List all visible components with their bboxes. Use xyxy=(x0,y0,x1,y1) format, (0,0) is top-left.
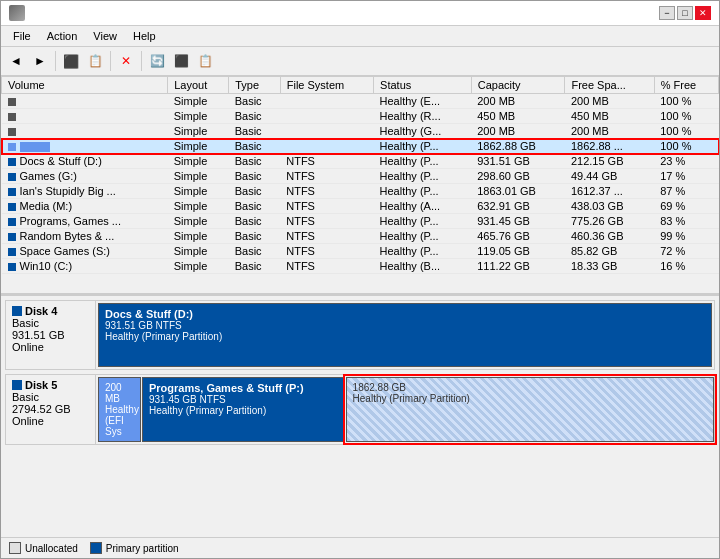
table-cell: 200 MB xyxy=(471,124,565,139)
legend-primary: Primary partition xyxy=(90,542,179,554)
table-cell: NTFS xyxy=(280,229,373,244)
partition-status: Healthy (Primary Partition) xyxy=(105,331,705,342)
table-cell: Simple xyxy=(168,154,229,169)
table-row[interactable]: Random Bytes & ...SimpleBasicNTFSHealthy… xyxy=(2,229,719,244)
table-row[interactable]: SimpleBasicHealthy (R...450 MB450 MB100 … xyxy=(2,109,719,124)
partition[interactable]: Docs & Stuff (D:)931.51 GB NTFSHealthy (… xyxy=(98,303,712,367)
settings-button[interactable]: ⬛ xyxy=(170,50,192,72)
table-row[interactable]: Space Games (S:)SimpleBasicNTFSHealthy (… xyxy=(2,244,719,259)
partition[interactable]: 1862.88 GBHealthy (Primary Partition) xyxy=(346,377,714,442)
table-cell: Games (G:) xyxy=(2,169,168,184)
table-cell: NTFS xyxy=(280,244,373,259)
table-cell: NTFS xyxy=(280,214,373,229)
table-cell: 298.60 GB xyxy=(471,169,565,184)
col-capacity[interactable]: Capacity xyxy=(471,77,565,94)
volume-list-button[interactable]: 📋 xyxy=(84,50,106,72)
table-cell: Healthy (A... xyxy=(374,199,472,214)
window-controls[interactable]: − □ ✕ xyxy=(659,6,711,20)
table-cell: 460.36 GB xyxy=(565,229,654,244)
table-cell: Basic xyxy=(229,259,281,274)
partition-size: 1862.88 GB xyxy=(353,382,707,393)
table-cell: Healthy (R... xyxy=(374,109,472,124)
table-cell: Healthy (P... xyxy=(374,214,472,229)
table-row[interactable]: SimpleBasicHealthy (P...1862.88 GB1862.8… xyxy=(2,139,719,154)
table-cell: NTFS xyxy=(280,199,373,214)
maximize-button[interactable]: □ xyxy=(677,6,693,20)
partition[interactable]: Programs, Games & Stuff (P:)931.45 GB NT… xyxy=(142,377,345,442)
disk-visual-section: Disk 4 Basic 931.51 GB Online Docs & Stu… xyxy=(1,296,719,537)
table-row[interactable]: SimpleBasicHealthy (G...200 MB200 MB100 … xyxy=(2,124,719,139)
table-cell: Basic xyxy=(229,229,281,244)
table-cell: 438.03 GB xyxy=(565,199,654,214)
table-cell xyxy=(2,94,168,109)
table-cell: Win10 (C:) xyxy=(2,259,168,274)
table-cell: 931.45 GB xyxy=(471,214,565,229)
table-cell: NTFS xyxy=(280,154,373,169)
table-cell: Simple xyxy=(168,259,229,274)
table-cell: 1862.88 ... xyxy=(565,139,654,154)
table-cell: 119.05 GB xyxy=(471,244,565,259)
col-type[interactable]: Type xyxy=(229,77,281,94)
col-filesystem[interactable]: File System xyxy=(280,77,373,94)
table-cell: Ian's Stupidly Big ... xyxy=(2,184,168,199)
table-row[interactable]: Win10 (C:)SimpleBasicNTFSHealthy (B...11… xyxy=(2,259,719,274)
menu-action[interactable]: Action xyxy=(39,28,86,44)
table-cell: Basic xyxy=(229,139,281,154)
toolbar-separator-2 xyxy=(110,51,111,71)
back-button[interactable]: ◄ xyxy=(5,50,27,72)
table-row[interactable]: Media (M:)SimpleBasicNTFSHealthy (A...63… xyxy=(2,199,719,214)
disk-icon xyxy=(12,380,22,390)
toolbar-separator-3 xyxy=(141,51,142,71)
table-row[interactable]: SimpleBasicHealthy (E...200 MB200 MB100 … xyxy=(2,94,719,109)
table-cell: Simple xyxy=(168,184,229,199)
disk-type: Basic xyxy=(12,317,89,329)
table-cell: 200 MB xyxy=(471,94,565,109)
col-freespace[interactable]: Free Spa... xyxy=(565,77,654,94)
table-row[interactable]: Docs & Stuff (D:)SimpleBasicNTFSHealthy … xyxy=(2,154,719,169)
menu-view[interactable]: View xyxy=(85,28,125,44)
table-cell: Basic xyxy=(229,244,281,259)
menu-help[interactable]: Help xyxy=(125,28,164,44)
table-cell: 100 % xyxy=(654,109,718,124)
legend-unallocated: Unallocated xyxy=(9,542,78,554)
partition-status: Healthy (Primary Partition) xyxy=(353,393,707,404)
disk-name: Disk 4 xyxy=(25,305,57,317)
table-cell: 450 MB xyxy=(471,109,565,124)
table-row[interactable]: Ian's Stupidly Big ...SimpleBasicNTFSHea… xyxy=(2,184,719,199)
table-cell: NTFS xyxy=(280,184,373,199)
disk-view-button[interactable]: ⬛ xyxy=(60,50,82,72)
table-cell: Basic xyxy=(229,154,281,169)
close-button[interactable]: ✕ xyxy=(695,6,711,20)
table-cell xyxy=(280,139,373,154)
table-cell: Healthy (P... xyxy=(374,139,472,154)
legend-unalloc-icon xyxy=(9,542,21,554)
refresh-button[interactable]: 🔄 xyxy=(146,50,168,72)
table-header-row: Volume Layout Type File System Status Ca… xyxy=(2,77,719,94)
table-cell: Healthy (G... xyxy=(374,124,472,139)
table-row[interactable]: Programs, Games ...SimpleBasicNTFSHealth… xyxy=(2,214,719,229)
table-cell: NTFS xyxy=(280,259,373,274)
disk-name: Disk 5 xyxy=(25,379,57,391)
table-cell: Healthy (P... xyxy=(374,229,472,244)
volume-table-section: Volume Layout Type File System Status Ca… xyxy=(1,76,719,296)
col-status[interactable]: Status xyxy=(374,77,472,94)
table-cell: Healthy (B... xyxy=(374,259,472,274)
forward-button[interactable]: ► xyxy=(29,50,51,72)
delete-button[interactable]: ✕ xyxy=(115,50,137,72)
col-pctfree[interactable]: % Free xyxy=(654,77,718,94)
minimize-button[interactable]: − xyxy=(659,6,675,20)
table-cell: Basic xyxy=(229,199,281,214)
table-row[interactable]: Games (G:)SimpleBasicNTFSHealthy (P...29… xyxy=(2,169,719,184)
partition[interactable]: 200 MBHealthy (EFI Sys xyxy=(98,377,141,442)
table-cell: 72 % xyxy=(654,244,718,259)
table-cell: Simple xyxy=(168,109,229,124)
export-button[interactable]: 📋 xyxy=(194,50,216,72)
col-volume[interactable]: Volume xyxy=(2,77,168,94)
col-layout[interactable]: Layout xyxy=(168,77,229,94)
disk-partitions: Docs & Stuff (D:)931.51 GB NTFSHealthy (… xyxy=(96,301,714,369)
table-cell: Simple xyxy=(168,124,229,139)
table-cell: 450 MB xyxy=(565,109,654,124)
table-cell: Basic xyxy=(229,214,281,229)
menu-file[interactable]: File xyxy=(5,28,39,44)
partition-name: Docs & Stuff (D:) xyxy=(105,308,705,320)
